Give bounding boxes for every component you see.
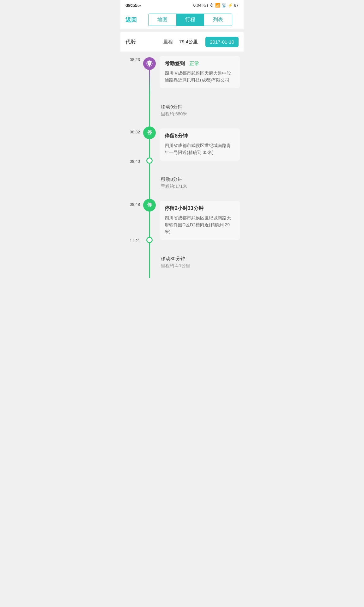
- move-2-duration: 移动8分钟: [161, 176, 240, 182]
- status-time: 09:55: [125, 3, 137, 8]
- top-nav: 返回 地图 行程 列表: [120, 10, 244, 29]
- move-1-duration: 移动9分钟: [161, 104, 240, 110]
- status-right: 0.04 K/s ⏱ 📶 📡 ⚡ 87: [193, 3, 239, 8]
- stop-1-address: 四川省成都市武侯区世纪城南路青年一号附近(精确到 35米): [165, 142, 235, 156]
- svg-point-1: [149, 62, 150, 64]
- event-stop-2: 08:48 11:21 停 停留2小时33分钟 四川省成都市武侯区世纪城南路天府…: [124, 199, 240, 246]
- stop-2-address: 四川省成都市武侯区世纪城南路天府软件园D区D2楼附近(精确到 29米): [165, 214, 235, 236]
- spine-movement-2: [143, 167, 156, 199]
- movement-2: 移动8分钟 里程约:171米: [124, 167, 240, 199]
- signal-icon: 📡: [221, 3, 227, 8]
- stop-1-end-node: [146, 157, 153, 164]
- movement-1-content: 移动9分钟 里程约:680米: [156, 95, 240, 126]
- date-badge: 2017-01-10: [205, 37, 239, 47]
- stop-1-title: 停留8分钟: [165, 133, 235, 139]
- checkin-card: 考勤签到 正常 四川省成都市武侯区天府大道中段辅路靠近腾讯科技(成都)有限公司: [160, 56, 240, 88]
- move-1-distance: 里程约:680米: [161, 111, 240, 117]
- move-3-distance: 里程约:4.1公里: [161, 263, 240, 269]
- nav-tabs: 地图 行程 列表: [148, 14, 232, 26]
- movement-2-box: 移动8分钟 里程约:171米: [160, 171, 240, 194]
- timeline: 08:23 考勤签到 正常 四川省成都市武侯区天府大道中段辅路靠近腾讯科技(成都…: [120, 52, 244, 281]
- stop-2-title: 停留2小时33分钟: [165, 205, 235, 212]
- movement-3-content: 移动30分钟 里程约:4.1公里: [156, 246, 240, 278]
- stop-1-card: 停留8分钟 四川省成都市武侯区世纪城南路青年一号附近(精确到 35米): [160, 128, 240, 161]
- time-empty-3: [124, 246, 143, 278]
- battery-level: 87: [234, 3, 239, 8]
- stop-2-end-node: [146, 237, 153, 243]
- time-1121: 11:21: [124, 238, 143, 246]
- status-bar: 09:55 ∞ 0.04 K/s ⏱ 📶 📡 ⚡ 87: [120, 0, 244, 10]
- stop-2-node: 停: [143, 199, 156, 212]
- driver-name: 代毅: [125, 38, 136, 46]
- event-stop-1: 08:32 08:40 停 停留8分钟 四川省成都市武侯区世纪城南路青年一号附近…: [124, 126, 240, 167]
- time-0848: 08:48: [124, 199, 143, 207]
- movement-3-box: 移动30分钟 里程约:4.1公里: [160, 251, 240, 274]
- stop-2-card: 停留2小时33分钟 四川省成都市武侯区世纪城南路天府软件园D区D2楼附近(精确到…: [160, 201, 240, 240]
- movement-3: 移动30分钟 里程约:4.1公里: [124, 246, 240, 278]
- spine-movement-1: [143, 95, 156, 126]
- time-empty-2: [124, 167, 143, 199]
- spine-checkin: [143, 54, 156, 95]
- stop-2-content: 停留2小时33分钟 四川省成都市武侯区世纪城南路天府软件园D区D2楼附近(精确到…: [156, 199, 240, 246]
- event-checkin: 08:23 考勤签到 正常 四川省成都市武侯区天府大道中段辅路靠近腾讯科技(成都…: [124, 54, 240, 95]
- move-3-duration: 移动30分钟: [161, 256, 240, 262]
- checkin-content: 考勤签到 正常 四川省成都市武侯区天府大道中段辅路靠近腾讯科技(成都)有限公司: [156, 54, 240, 95]
- time-0832: 08:32: [124, 126, 143, 134]
- tab-map[interactable]: 地图: [149, 14, 176, 26]
- movement-1: 移动9分钟 里程约:680米: [124, 95, 240, 126]
- info-row: 代毅 里程 79.4公里 2017-01-10: [120, 32, 244, 52]
- status-speed: 0.04 K/s: [193, 3, 209, 8]
- movement-1-box: 移动9分钟 里程约:680米: [160, 99, 240, 122]
- checkin-address: 四川省成都市武侯区天府大道中段辅路靠近腾讯科技(成都)有限公司: [165, 70, 235, 84]
- status-infinity: ∞: [137, 3, 141, 8]
- move-2-distance: 里程约:171米: [161, 184, 240, 189]
- spine-movement-3: [143, 246, 156, 278]
- time-empty-1: [124, 95, 143, 126]
- time-0840: 08:40: [124, 159, 143, 167]
- checkin-node: [143, 57, 156, 70]
- clock-icon: ⏱: [210, 3, 214, 8]
- stop-1-content: 停留8分钟 四川省成都市武侯区世纪城南路青年一号附近(精确到 35米): [156, 126, 240, 167]
- stop-1-node: 停: [143, 126, 156, 139]
- tab-list[interactable]: 列表: [204, 14, 232, 26]
- time-0823: 08:23: [124, 54, 143, 95]
- checkin-title: 考勤签到 正常: [165, 60, 235, 67]
- back-button[interactable]: 返回: [125, 16, 137, 24]
- spine-stop-2: 停: [143, 199, 156, 246]
- movement-2-content: 移动8分钟 里程约:171米: [156, 167, 240, 199]
- spine-stop-1: 停: [143, 126, 156, 167]
- battery-icon: ⚡: [228, 3, 233, 8]
- mileage-value: 79.4公里: [179, 39, 198, 45]
- checkin-status: 正常: [189, 61, 199, 66]
- tab-trip[interactable]: 行程: [176, 14, 204, 26]
- mileage-label: 里程: [163, 39, 173, 45]
- wifi-icon: 📶: [215, 3, 220, 8]
